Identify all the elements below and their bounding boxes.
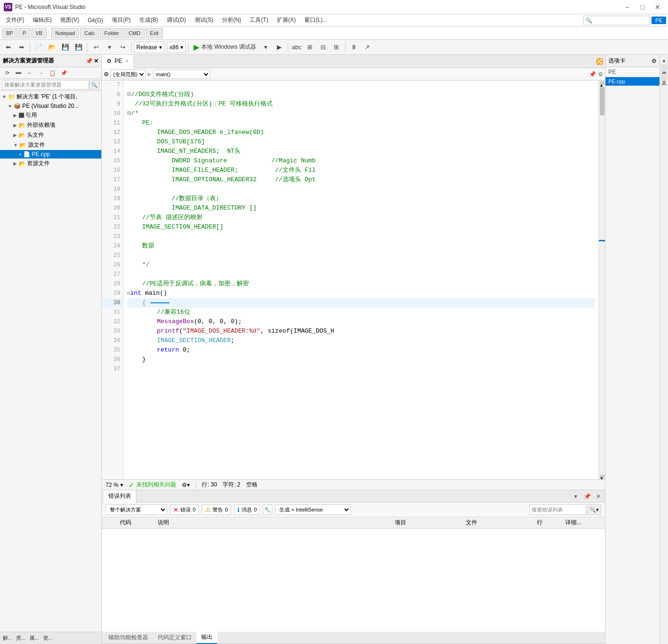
tb-back-button[interactable]: ⬅ <box>2 42 14 53</box>
tb-unindent-button[interactable]: ⊟ <box>317 42 330 53</box>
btab-output[interactable]: 输出 <box>196 632 217 644</box>
se-pin-icon[interactable]: 📌 <box>86 58 93 64</box>
debug-run-button[interactable]: ▶ 本地 Windows 调试器 <box>191 42 258 53</box>
tb-format-button[interactable]: abc <box>291 42 303 53</box>
ql-cmd-button[interactable]: CMD <box>125 28 145 38</box>
nav-settings-icon[interactable]: ⚙ <box>598 71 603 78</box>
status-gear-area[interactable]: ⚙▾ <box>182 482 190 488</box>
tb-save-button[interactable]: 💾 <box>59 42 71 53</box>
ql-p-button[interactable]: P <box>18 28 30 38</box>
se-sources-node[interactable]: ▼ 📂 源文件 <box>0 140 101 150</box>
tab-props-label[interactable]: 属... <box>29 635 39 642</box>
zoom-control[interactable]: 72 % ▾ <box>106 482 123 488</box>
menu-test[interactable]: 测试(S) <box>191 15 217 25</box>
menu-view[interactable]: 视图(V) <box>56 15 83 25</box>
se-external-deps-node[interactable]: ▶ 📂 外部依赖项 <box>0 120 101 130</box>
tab-resource-label[interactable]: 资... <box>43 635 53 642</box>
scroll-thumb[interactable] <box>600 87 605 115</box>
menu-project[interactable]: 项目(P) <box>108 15 134 25</box>
strip-properties-btn[interactable]: 属性 <box>661 64 668 71</box>
bp-pin-icon[interactable]: 📌 <box>582 492 592 501</box>
se-pin-toolbar-button[interactable]: 📌 <box>59 68 69 78</box>
tb-redo-button[interactable]: ↪ <box>116 42 129 53</box>
vs-search-input[interactable] <box>583 16 650 25</box>
strip-top-btn[interactable]: ▲ <box>661 57 668 63</box>
build-config-dropdown[interactable]: Release ▾ <box>134 42 164 53</box>
el-warnings-btn[interactable]: ⚠ 警告 0 <box>202 504 231 515</box>
se-forward-button[interactable]: → <box>36 68 46 78</box>
ql-folder-button[interactable]: Folder <box>100 28 123 38</box>
strip-toolbox-btn[interactable]: 工具 <box>661 74 668 80</box>
maximize-button[interactable]: □ <box>636 2 649 12</box>
menu-file[interactable]: 文件(F) <box>2 15 28 25</box>
se-solution-node[interactable]: ▼ 📁 解决方案 'PE' (1 个项目, <box>0 92 101 102</box>
bp-close-icon[interactable]: ✕ <box>594 492 603 501</box>
rp-file-pecpp[interactable]: PE.cpp <box>606 77 659 86</box>
tb-pause-button[interactable]: ▶ <box>273 42 285 53</box>
menu-git[interactable]: Git(G) <box>84 16 107 25</box>
tb-undo-dropdown[interactable]: ▾ <box>103 42 116 53</box>
menu-debug[interactable]: 调试(D) <box>163 15 190 25</box>
tab-se-label[interactable]: 解... <box>3 635 12 642</box>
tb-indent-button[interactable]: ⊞ <box>304 42 316 53</box>
se-project-node[interactable]: ▼ 📦 PE (Visual Studio 20... <box>0 102 101 110</box>
tb-undo-button[interactable]: ↩ <box>90 42 102 53</box>
el-errors-btn[interactable]: ✕ 错误 0 <box>170 504 199 515</box>
se-search-input[interactable] <box>2 80 89 89</box>
se-search-button[interactable]: 🔍 <box>89 80 99 89</box>
el-filter-select[interactable]: 整个解决方案 <box>106 504 167 515</box>
se-references-node[interactable]: ▶ ⬛ 引用 <box>0 110 101 120</box>
editor-tab-close-icon[interactable]: ✕ <box>125 59 129 64</box>
tab-class-label[interactable]: 类... <box>16 635 26 642</box>
el-search-input[interactable] <box>529 504 586 515</box>
ql-exit-button[interactable]: Exit <box>146 28 163 38</box>
scroll-down-btn[interactable]: ▾ <box>600 475 605 478</box>
se-collapse-button[interactable]: ➖ <box>13 68 24 78</box>
btab-code-def[interactable]: 代码定义窗口 <box>153 632 196 644</box>
rp-gear-icon[interactable]: ⚙ <box>651 58 657 64</box>
close-button[interactable]: ✕ <box>651 2 664 12</box>
el-search-button[interactable]: 🔍▾ <box>587 504 601 515</box>
ql-bp-button[interactable]: BP <box>2 28 18 38</box>
nav-scope-select[interactable]: (全局范围) <box>111 70 146 79</box>
tb-debug-dropdown[interactable]: ▾ <box>260 42 272 53</box>
menu-build[interactable]: 生成(B) <box>135 15 162 25</box>
tb-open-button[interactable]: 📂 <box>46 42 58 53</box>
tb-share-button[interactable]: ↗ <box>361 42 374 53</box>
pinned-tabs-icon[interactable]: 🔀 <box>596 58 603 65</box>
code-content[interactable]: ⊟//DOS文件格式(分段) //32可执行文件格式(分区)：PE 可移植执行格… <box>124 80 598 479</box>
se-pecpp-node[interactable]: + 📄 PE.cpp <box>0 150 101 159</box>
el-build-scope-btn[interactable]: 🔧 <box>263 504 272 515</box>
tb-saveall-button[interactable]: 💾 <box>72 42 85 53</box>
se-close-icon[interactable]: ✕ <box>94 58 98 64</box>
scroll-up-btn[interactable]: ▴ <box>600 81 605 85</box>
el-build-scope-select[interactable]: 生成 + IntelliSense <box>275 504 351 515</box>
ql-vb-button[interactable]: VB <box>31 28 47 38</box>
ql-notepad-button[interactable]: Notepad <box>51 28 80 38</box>
tb-grid-button[interactable]: ⊞ <box>330 42 343 53</box>
se-resources-node[interactable]: ▶ 📂 资源文件 <box>0 159 101 168</box>
menu-window[interactable]: 窗口(L)... <box>301 15 331 25</box>
el-messages-btn[interactable]: ℹ 消息 0 <box>234 504 260 515</box>
editor-tab-pe[interactable]: ⚙ PE ✕ <box>102 55 134 68</box>
tb-breakpoint-button[interactable]: ⏸ <box>348 42 360 53</box>
btab-accessibility[interactable]: 辅助功能检查器 <box>104 632 153 644</box>
se-headers-node[interactable]: ▶ 📂 头文件 <box>0 130 101 140</box>
menu-analyze[interactable]: 分析(N) <box>218 15 245 25</box>
nav-pin-icon[interactable]: 📌 <box>589 71 596 78</box>
se-back-button[interactable]: ← <box>25 68 35 78</box>
menu-edit[interactable]: 编辑(E) <box>29 15 55 25</box>
ql-calc-button[interactable]: Calc <box>80 28 99 38</box>
se-copy-button[interactable]: 📋 <box>47 68 58 78</box>
minimize-button[interactable]: − <box>621 2 634 12</box>
platform-dropdown[interactable]: x86 ▾ <box>167 42 186 53</box>
editor-vscrollbar[interactable]: ▴ ▾ <box>598 80 605 479</box>
tb-forward-button[interactable]: ➡ <box>15 42 27 53</box>
nav-function-select[interactable]: main() <box>153 70 210 79</box>
menu-tools[interactable]: 工具(T) <box>246 15 272 25</box>
tb-new-button[interactable]: 📄 <box>33 42 45 53</box>
bp-tab-errorlist[interactable]: 错误列表 <box>104 490 136 503</box>
se-sync-button[interactable]: ⟳ <box>2 68 12 78</box>
bp-dropdown-icon[interactable]: ▾ <box>571 492 580 501</box>
menu-extensions[interactable]: 扩展(X) <box>273 15 300 25</box>
